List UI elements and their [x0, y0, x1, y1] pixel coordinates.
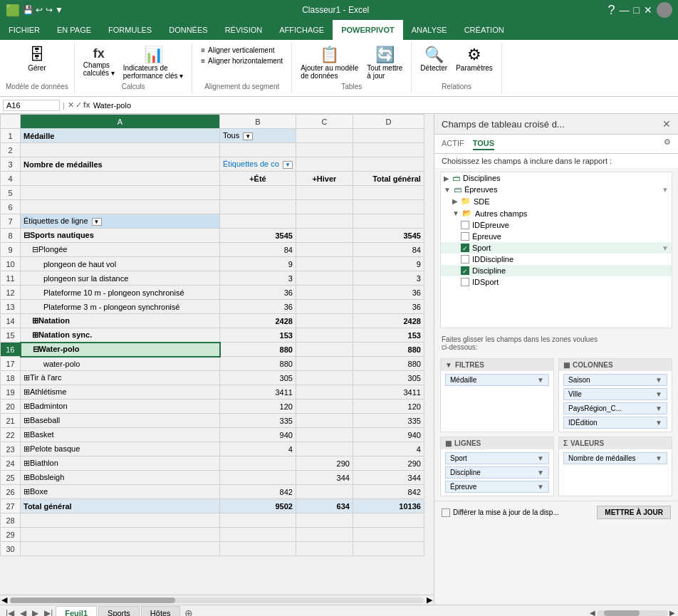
- cell-a6[interactable]: [21, 200, 220, 214]
- col-header-d[interactable]: D: [353, 115, 424, 129]
- cell-d25[interactable]: 344: [353, 471, 424, 485]
- help-button[interactable]: ?: [608, 3, 615, 18]
- cell-a10[interactable]: plongeon de haut vol: [21, 257, 220, 271]
- cell-d17[interactable]: 880: [353, 357, 424, 371]
- tree-item-discipline[interactable]: Discipline: [441, 265, 672, 276]
- tab-analyse[interactable]: ANALYSE: [403, 20, 456, 40]
- btn-indicateurs[interactable]: 📊 Indicateurs deperformance clés ▾: [120, 46, 186, 81]
- confirm-formula-icon[interactable]: ✓: [75, 100, 82, 110]
- cell-a20[interactable]: ⊞Badminton: [21, 400, 220, 414]
- tab-powerpivot[interactable]: POWERPIVOT: [333, 20, 403, 40]
- btn-ajouter-modele[interactable]: 📋 Ajouter au modèlede données: [298, 46, 361, 81]
- panel-gear-icon[interactable]: ⚙: [664, 137, 671, 150]
- checkbox-sport[interactable]: [461, 244, 469, 252]
- cell-a16[interactable]: ⊟Water-polo: [21, 343, 220, 357]
- cell-d9[interactable]: 84: [353, 243, 424, 257]
- cell-a25[interactable]: ⊞Bobsleigh: [21, 471, 220, 485]
- btn-tout-mettre[interactable]: 🔄 Tout mettreà jour: [364, 46, 405, 81]
- minimize-button[interactable]: —: [620, 4, 630, 16]
- tab-creation[interactable]: CRÉATION: [456, 20, 513, 40]
- cell-d21[interactable]: 335: [353, 414, 424, 428]
- colonnes-item-idedition[interactable]: IDÉdition ▼: [563, 417, 667, 429]
- cell-d19[interactable]: 3411: [353, 385, 424, 400]
- cell-a22[interactable]: ⊞Basket: [21, 428, 220, 442]
- checkbox-iddiscipline[interactable]: [461, 255, 469, 263]
- cell-b12[interactable]: 36: [220, 286, 296, 300]
- tab-donnees[interactable]: DONNÉES: [160, 20, 216, 40]
- tab-formules[interactable]: FORMULES: [100, 20, 160, 40]
- btn-gerer[interactable]: 🗄 Gérer: [23, 46, 51, 73]
- cell-a12[interactable]: Plateforme 10 m - plongeon synchronisé: [21, 286, 220, 300]
- cell-c2[interactable]: [296, 143, 353, 157]
- close-button[interactable]: ✕: [644, 4, 652, 16]
- cell-a5[interactable]: [21, 186, 220, 200]
- checkbox-epreuve[interactable]: [461, 232, 469, 241]
- cell-a14[interactable]: ⊞Natation: [21, 314, 220, 328]
- colonnes-item-saison[interactable]: Saison ▼: [563, 374, 667, 386]
- cell-c26[interactable]: [296, 485, 353, 499]
- cell-c21[interactable]: [296, 414, 353, 428]
- row-discipline-arrow[interactable]: ▼: [537, 469, 544, 476]
- cell-c16[interactable]: [296, 343, 353, 357]
- h-scroll-left[interactable]: ◀: [590, 609, 595, 616]
- cell-b2[interactable]: [220, 143, 296, 157]
- cell-c13[interactable]: [296, 300, 353, 314]
- cell-a27[interactable]: Total général: [21, 499, 220, 513]
- cell-b3[interactable]: Étiquettes de co ▼: [220, 157, 296, 172]
- checkbox-discipline[interactable]: [461, 266, 469, 275]
- cell-b10[interactable]: 9: [220, 257, 296, 271]
- cell-d11[interactable]: 3: [353, 271, 424, 286]
- cell-d2[interactable]: [353, 143, 424, 157]
- add-sheet-button[interactable]: ⊕: [182, 607, 196, 617]
- sheet-nav-first[interactable]: |◀: [3, 608, 17, 617]
- sheet-nav-prev[interactable]: ◀: [17, 608, 29, 617]
- h-scroll-right[interactable]: ▶: [669, 609, 675, 616]
- cell-d10[interactable]: 9: [353, 257, 424, 271]
- cell-d1[interactable]: [353, 129, 424, 143]
- cell-a21[interactable]: ⊞Baseball: [21, 414, 220, 428]
- cell-a30[interactable]: [21, 542, 220, 556]
- sheet-nav-next[interactable]: ▶: [29, 608, 41, 617]
- lignes-item-sport[interactable]: Sport ▼: [445, 452, 549, 464]
- cell-b9[interactable]: 84: [220, 243, 296, 257]
- cell-d23[interactable]: 4: [353, 442, 424, 456]
- cell-c25[interactable]: 344: [296, 471, 353, 485]
- panel-close-button[interactable]: ✕: [662, 118, 671, 130]
- tree-item-sde[interactable]: ▶ 📁 SDE: [441, 195, 672, 207]
- cell-b1[interactable]: Tous ▼: [220, 129, 296, 143]
- spreadsheet-scroll[interactable]: A B C D 1 Médaille Tous ▼: [0, 114, 434, 595]
- colonnes-item-paysregion[interactable]: PaysRégion_C... ▼: [563, 402, 667, 414]
- tree-filter-sport[interactable]: ▼: [662, 244, 669, 252]
- cell-b6[interactable]: [220, 200, 296, 214]
- tree-filter-epreuves[interactable]: ▼: [662, 186, 669, 194]
- tree-item-disciplines[interactable]: ▶ 🗃 Disciplines: [441, 172, 672, 184]
- field-tree[interactable]: ▶ 🗃 Disciplines ▼ 🗃 Épreuves ▼ ▶ 📁 SDE ▼…: [440, 172, 672, 328]
- tree-item-epreuves[interactable]: ▼ 🗃 Épreuves ▼: [441, 184, 672, 195]
- cell-d20[interactable]: 120: [353, 400, 424, 414]
- cell-a15[interactable]: ⊞Natation sync.: [21, 328, 220, 343]
- cell-a26[interactable]: ⊞Boxe: [21, 485, 220, 499]
- cell-a8[interactable]: ⊟Sports nautiques: [21, 229, 220, 243]
- cell-d4[interactable]: Total général: [353, 172, 424, 186]
- tab-affichage[interactable]: AFFICHAGE: [271, 20, 333, 40]
- cell-a18[interactable]: ⊞Tir à l'arc: [21, 371, 220, 385]
- cell-b8[interactable]: 3545: [220, 229, 296, 243]
- filtres-item-medaille[interactable]: Médaille ▼: [445, 374, 549, 386]
- cell-b7[interactable]: [220, 214, 296, 229]
- cell-d27[interactable]: 10136: [353, 499, 424, 513]
- colonnes-item-ville[interactable]: Ville ▼: [563, 388, 667, 400]
- cell-d26[interactable]: 842: [353, 485, 424, 499]
- tab-en-page[interactable]: EN PAGE: [48, 20, 100, 40]
- tab-actif[interactable]: ACTIF: [442, 137, 464, 150]
- cell-d8[interactable]: 3545: [353, 229, 424, 243]
- valeurs-item-nb-medailles[interactable]: Nombre de médailles ▼: [563, 452, 667, 464]
- col-idedition-arrow[interactable]: ▼: [655, 419, 662, 427]
- cell-b27[interactable]: 9502: [220, 499, 296, 513]
- cell-a4[interactable]: [21, 172, 220, 186]
- checkbox-idepreuve[interactable]: [461, 221, 469, 229]
- cell-b24[interactable]: [220, 456, 296, 471]
- tab-revision[interactable]: RÉVISION: [217, 20, 271, 40]
- cell-c27[interactable]: 634: [296, 499, 353, 513]
- cell-c3[interactable]: [296, 157, 353, 172]
- cell-c20[interactable]: [296, 400, 353, 414]
